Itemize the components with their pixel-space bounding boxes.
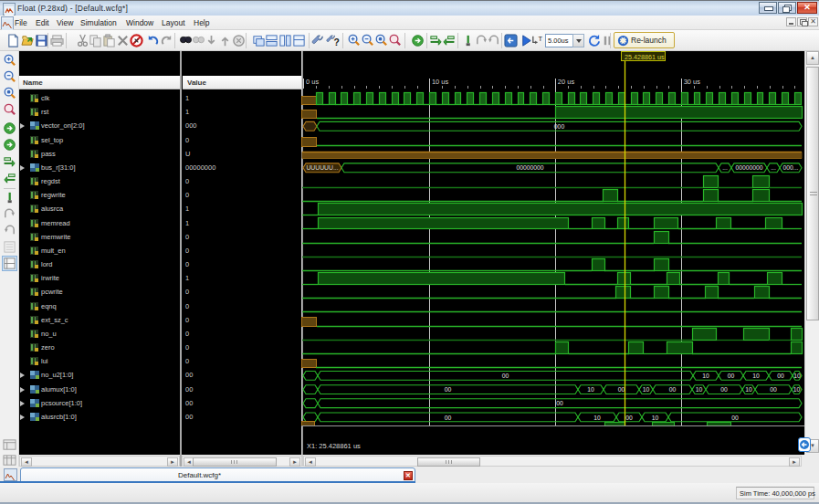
svg-text:10: 10 xyxy=(752,373,760,379)
svg-text:000...: 000... xyxy=(782,164,798,171)
svg-text:10: 10 xyxy=(702,373,709,379)
svg-text:00: 00 xyxy=(770,386,777,393)
svg-text:00: 00 xyxy=(731,415,739,421)
svg-text:00: 00 xyxy=(777,373,784,379)
svg-text:10: 10 xyxy=(643,386,650,393)
svg-text:...: ... xyxy=(722,164,728,171)
svg-text:00: 00 xyxy=(669,386,677,393)
svg-text:?: ? xyxy=(333,37,339,47)
svg-text:00: 00 xyxy=(728,373,735,379)
svg-text:000: 000 xyxy=(554,123,565,130)
svg-text:00000000: 00000000 xyxy=(516,164,543,171)
svg-text:20 us: 20 us xyxy=(558,78,575,86)
svg-text:00: 00 xyxy=(502,373,509,379)
svg-text:30 us: 30 us xyxy=(684,78,701,86)
svg-text:X1: 25.428861 us: X1: 25.428861 us xyxy=(307,442,361,450)
svg-text:...: ... xyxy=(771,164,776,171)
svg-text:10: 10 xyxy=(696,386,703,393)
svg-text:UUUUUU...: UUUUUU... xyxy=(306,164,338,171)
svg-text:10: 10 xyxy=(587,386,594,393)
svg-text:0 us: 0 us xyxy=(306,78,319,86)
svg-text:10: 10 xyxy=(593,415,601,421)
svg-text:T: T xyxy=(538,35,542,43)
svg-text:00: 00 xyxy=(445,415,452,421)
svg-text:10: 10 xyxy=(793,373,801,379)
svg-text:00000000: 00000000 xyxy=(735,164,762,171)
svg-text:10 us: 10 us xyxy=(432,78,449,86)
svg-text:00: 00 xyxy=(625,415,633,421)
svg-text:00: 00 xyxy=(556,400,563,406)
svg-text:10: 10 xyxy=(793,386,801,393)
svg-text:00: 00 xyxy=(618,386,625,393)
svg-text:00: 00 xyxy=(445,386,452,393)
svg-text:10: 10 xyxy=(652,415,659,421)
svg-text:10: 10 xyxy=(745,386,752,393)
svg-text:25.428861 us: 25.428861 us xyxy=(625,53,665,61)
svg-text:00: 00 xyxy=(720,386,728,393)
